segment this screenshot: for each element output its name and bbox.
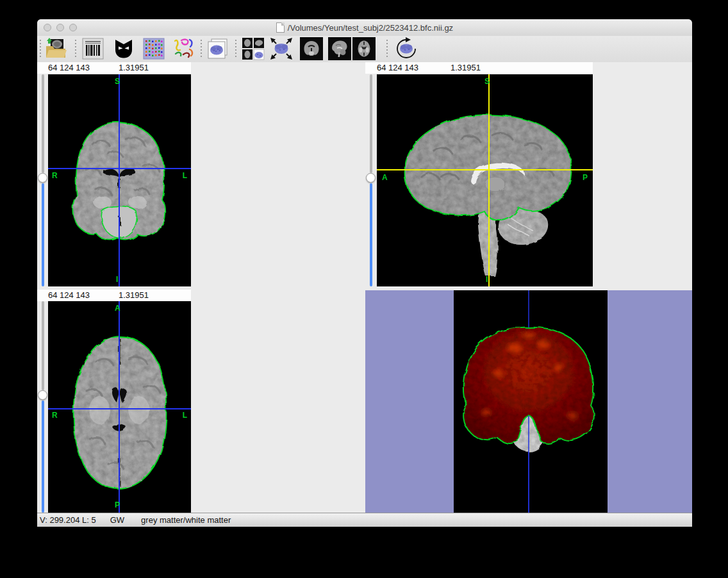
sagittal-crosshair-vertical xyxy=(488,74,490,286)
window-title: /Volumes/Yeun/test_subj2/2523412.bfc.nii… xyxy=(288,23,453,33)
ortho-multiview-icon xyxy=(242,37,265,60)
toolbar-separator xyxy=(386,40,388,58)
axial-coords: 64 124 143 xyxy=(48,290,90,300)
rotate-surface-icon xyxy=(394,37,418,61)
sagittal-coords: 64 124 143 xyxy=(377,63,418,72)
slider-handle[interactable] xyxy=(366,173,376,183)
histogram-tool-button[interactable] xyxy=(81,37,105,61)
open-volume-folder-icon xyxy=(44,37,68,60)
sagittal-viewport[interactable]: S I A P xyxy=(377,74,593,286)
curve-tool-button[interactable] xyxy=(170,37,195,61)
histogram-icon xyxy=(82,38,104,60)
label-grid-icon xyxy=(142,37,165,60)
axial-slice-slider[interactable] xyxy=(38,301,47,513)
coronal-crosshair-vertical xyxy=(119,74,120,286)
orientation-label-inferior: I xyxy=(116,276,118,283)
single-slice-view-icon xyxy=(206,37,229,60)
surface-render-area[interactable] xyxy=(454,290,608,513)
label-grid-tool-button[interactable] xyxy=(142,37,166,61)
axial-coord-strip: 64 124 143 1.31951 xyxy=(37,290,191,301)
orientation-label-anterior: A xyxy=(382,174,388,181)
coronal-coord-strip: 64 124 143 1.31951 xyxy=(37,62,191,74)
surface-view-button[interactable] xyxy=(269,37,294,61)
coronal-intensity: 1.31951 xyxy=(119,63,149,72)
coronal-slice-icon xyxy=(300,37,323,60)
slider-track-lower[interactable] xyxy=(42,400,44,513)
coronal-coords: 64 124 143 xyxy=(48,63,90,72)
rotate-surface-button[interactable] xyxy=(394,37,418,61)
sagittal-slice-icon xyxy=(328,37,351,60)
axial-crosshair-horizontal xyxy=(48,408,191,409)
curves-icon xyxy=(171,37,194,60)
coronal-view-button[interactable] xyxy=(299,37,324,61)
sagittal-coord-strip: 64 124 143 1.31951 xyxy=(365,62,593,74)
mask-icon xyxy=(113,38,135,60)
document-icon xyxy=(276,22,285,33)
slider-handle[interactable] xyxy=(38,390,47,400)
surface-panel-right xyxy=(608,290,692,513)
status-voxel-value: V: 299.204 L: 5 xyxy=(40,515,96,525)
sagittal-intensity: 1.31951 xyxy=(451,63,481,72)
single-slice-view-button[interactable] xyxy=(205,37,229,61)
status-bar: V: 299.204 L: 5 GW grey matter/white mat… xyxy=(37,513,692,527)
orientation-label-right: R xyxy=(52,172,58,179)
slider-track-lower[interactable] xyxy=(42,183,44,286)
surface-brain-render xyxy=(454,290,608,513)
status-mode-description: grey matter/white matter xyxy=(141,515,231,525)
orientation-label-left: L xyxy=(183,172,187,179)
orientation-label-superior: S xyxy=(484,78,490,85)
open-volume-button[interactable] xyxy=(44,37,68,61)
orientation-label-anterior: A xyxy=(115,304,120,312)
window-title-group: /Volumes/Yeun/test_subj2/2523412.bfc.nii… xyxy=(37,19,692,36)
toolbar-separator xyxy=(201,40,202,58)
sagittal-view-button[interactable] xyxy=(327,37,352,61)
status-mode-code: GW xyxy=(110,515,124,525)
axial-intensity: 1.31951 xyxy=(119,290,149,300)
ortho-multiview-button[interactable] xyxy=(241,37,265,61)
orientation-label-posterior: P xyxy=(583,174,588,181)
orientation-label-superior: S xyxy=(115,78,120,85)
axial-slice-image xyxy=(48,301,191,513)
axial-crosshair-vertical xyxy=(119,301,120,513)
surface-3d-viewport[interactable] xyxy=(365,290,692,513)
orientation-label-posterior: P xyxy=(115,501,120,509)
slider-track-lower[interactable] xyxy=(370,183,372,286)
toolbar-separator xyxy=(235,40,236,58)
orientation-label-right: R xyxy=(52,411,58,419)
surface-panel-left xyxy=(365,290,454,513)
slider-track-upper[interactable] xyxy=(42,74,44,173)
axial-view-button[interactable] xyxy=(352,37,376,61)
mask-tool-button[interactable] xyxy=(112,37,136,61)
slider-handle[interactable] xyxy=(38,173,47,183)
orientation-label-inferior: I xyxy=(486,276,488,283)
toolbar-separator xyxy=(75,40,76,58)
toolbar-separator xyxy=(40,40,41,58)
coronal-slice-image xyxy=(48,74,191,286)
axial-viewport[interactable]: A P R L xyxy=(48,301,191,513)
surface-view-icon xyxy=(269,37,294,61)
sagittal-slice-image xyxy=(377,74,593,286)
toolbar xyxy=(37,36,692,63)
orientation-label-left: L xyxy=(183,411,187,419)
coronal-slice-slider[interactable] xyxy=(38,74,47,286)
coronal-crosshair-horizontal xyxy=(48,168,191,169)
slider-track-upper[interactable] xyxy=(370,74,372,173)
slider-track-upper[interactable] xyxy=(42,301,44,390)
axial-slice-icon xyxy=(352,37,376,60)
title-bar[interactable]: /Volumes/Yeun/test_subj2/2523412.bfc.nii… xyxy=(37,19,692,37)
coronal-viewport[interactable]: S I R L xyxy=(48,74,191,286)
app-window: /Volumes/Yeun/test_subj2/2523412.bfc.nii… xyxy=(37,19,692,527)
sagittal-slice-slider[interactable] xyxy=(367,74,376,286)
main-content: 64 124 143 1.31951 xyxy=(37,62,692,513)
sagittal-crosshair-horizontal xyxy=(377,169,593,170)
